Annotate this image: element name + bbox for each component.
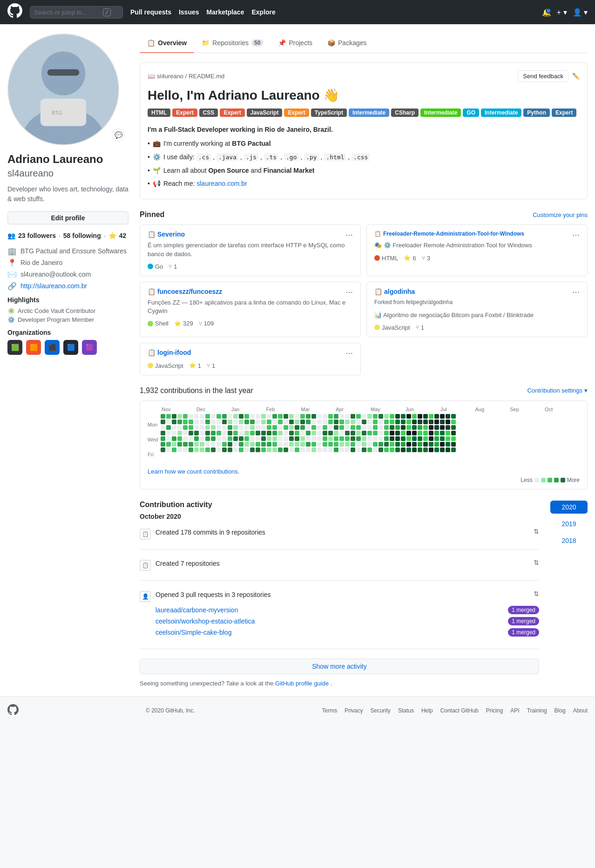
edit-readme-icon[interactable]: ✏️: [572, 73, 580, 80]
pinned-repo-link-freeloader[interactable]: 📋 Freeloader-Remote-Administration-Tool-…: [374, 231, 524, 237]
contrib-day: [228, 414, 232, 419]
pinned-more-icon-3[interactable]: ⋯: [345, 288, 353, 297]
org-avatar-1[interactable]: 🟩: [7, 340, 22, 355]
new-item-button[interactable]: + ▾: [557, 8, 567, 17]
tab-packages[interactable]: 📦 Packages: [320, 34, 374, 53]
weeks-container: [161, 414, 456, 466]
org-avatar-4[interactable]: 🟦: [63, 340, 78, 355]
commits-expand[interactable]: ⇅: [534, 528, 539, 535]
contribution-settings-link[interactable]: Contribution settings ▾: [527, 387, 588, 394]
contrib-day: [384, 431, 389, 435]
footer-privacy[interactable]: Privacy: [345, 707, 363, 714]
notifications-icon[interactable]: 🔔: [542, 8, 551, 17]
show-more-button[interactable]: Show more activity: [140, 658, 539, 674]
week-col: [183, 414, 188, 466]
contrib-day: [339, 431, 344, 435]
week-col: [395, 414, 400, 466]
activity-item-repos: 📋 Created 7 repositories ⇅: [140, 559, 539, 581]
footer-terms[interactable]: Terms: [322, 707, 338, 714]
contrib-day: [222, 431, 227, 435]
footer-pricing[interactable]: Pricing: [486, 707, 503, 714]
pinned-repo-link-funcoeszz[interactable]: 📋 funcoeszz/funcoeszz: [148, 288, 222, 295]
week-col: [239, 414, 243, 466]
tab-overview[interactable]: 📋 Overview: [140, 34, 194, 53]
following-link[interactable]: 58 following: [63, 232, 101, 239]
contrib-day: [351, 414, 355, 419]
nav-pull-requests[interactable]: Pull requests: [130, 8, 171, 16]
contrib-day: [172, 425, 176, 430]
followers-link[interactable]: 23 followers: [18, 232, 56, 239]
repos-expand[interactable]: ⇅: [534, 559, 539, 566]
footer-about[interactable]: About: [573, 707, 588, 714]
pinned-repo-link-algodinha[interactable]: 📋 algodinha: [374, 288, 415, 295]
contrib-day: [362, 425, 366, 430]
pinned-repo-link-login-ifood[interactable]: 📋 login-ifood: [148, 349, 191, 356]
contrib-day: [239, 425, 243, 430]
stars-link[interactable]: 42: [119, 232, 127, 239]
org-avatar-2[interactable]: 🟧: [26, 340, 41, 355]
day-label-wed: Wed: [148, 436, 161, 443]
footer-training[interactable]: Training: [527, 707, 547, 714]
contrib-day: [183, 414, 188, 419]
pr-link-3[interactable]: ceelsoin/Simple-cake-blog: [156, 629, 231, 636]
search-input[interactable]: [34, 9, 99, 16]
pinned-meta-login-ifood: JavaScript ⭐ 1 ⑂ 1: [148, 362, 353, 369]
fork-item-algodinha: ⑂ 1: [416, 324, 424, 331]
contrib-day: [351, 420, 355, 424]
pr-link-2[interactable]: ceelsoin/workshop-estacio-atletica: [156, 617, 255, 625]
footer-security[interactable]: Security: [371, 707, 391, 714]
contrib-day: [390, 414, 394, 419]
contrib-day: [166, 442, 171, 447]
footer-blog[interactable]: Blog: [554, 707, 566, 714]
edit-profile-button[interactable]: Edit profile: [7, 211, 128, 224]
learn-contributions-link[interactable]: Learn how we count contributions.: [148, 468, 239, 475]
profile-guide-link[interactable]: GitHub profile guide: [275, 680, 329, 687]
contrib-day: [323, 414, 327, 419]
pinned-repo-link-severino[interactable]: 📋 Severino: [148, 231, 185, 238]
website-link[interactable]: http://slaureano.com.br: [20, 282, 87, 290]
nav-issues[interactable]: Issues: [179, 8, 199, 16]
pinned-more-icon-2[interactable]: ⋯: [572, 231, 580, 239]
footer-api[interactable]: API: [510, 707, 519, 714]
contrib-day: [406, 436, 411, 441]
pinned-more-icon-5[interactable]: ⋯: [345, 349, 353, 358]
day-labels: Mon Wed Fri: [148, 414, 161, 466]
tab-repositories[interactable]: 📁 Repositories 50: [194, 34, 270, 53]
org-avatar-5[interactable]: 🟪: [82, 340, 97, 355]
nav-marketplace[interactable]: Marketplace: [207, 8, 244, 16]
pinned-more-icon-4[interactable]: ⋯: [572, 288, 580, 297]
search-box[interactable]: /: [30, 6, 123, 19]
footer-help[interactable]: Help: [421, 707, 433, 714]
footer-status[interactable]: Status: [398, 707, 414, 714]
year-button-2020[interactable]: 2020: [550, 501, 588, 514]
month-label-apr: Apr: [336, 407, 371, 412]
merged-badge-3: 1 merged: [508, 628, 539, 637]
send-feedback-button[interactable]: Send feedback: [518, 70, 568, 82]
reach-link[interactable]: slaureano.com.br: [197, 180, 247, 187]
user-menu[interactable]: 👤 ▾: [573, 8, 588, 17]
org-avatar-3[interactable]: ⬛: [45, 340, 60, 355]
contrib-day: [161, 431, 165, 435]
github-logo[interactable]: [7, 3, 22, 21]
week-col: [177, 414, 182, 466]
profile-details: 🏢 BTG Pactual and Enssure Softwares 📍 Ri…: [7, 247, 128, 291]
pr-link-1[interactable]: laureaad/carbone-myversion: [156, 606, 238, 614]
pinned-more-icon-1[interactable]: ⋯: [345, 231, 353, 239]
svg-text:BTG: BTG: [52, 110, 62, 115]
orgs-title: Organizations: [7, 329, 128, 336]
contrib-day: [272, 414, 277, 419]
week-col: [295, 414, 299, 466]
website-item[interactable]: 🔗 http://slaureano.com.br: [7, 282, 128, 291]
year-button-2018[interactable]: 2018: [550, 534, 588, 547]
contrib-day: [233, 448, 238, 452]
customize-pins-link[interactable]: Customize your pins: [533, 211, 588, 218]
prs-expand[interactable]: ⇅: [534, 590, 539, 597]
contrib-day: [440, 414, 445, 419]
footer-contact[interactable]: Contact GitHub: [440, 707, 479, 714]
contrib-day: [418, 425, 422, 430]
year-button-2019[interactable]: 2019: [550, 517, 588, 530]
nav-explore[interactable]: Explore: [251, 8, 275, 16]
tab-projects[interactable]: 📌 Projects: [270, 34, 320, 53]
contrib-day: [345, 448, 350, 452]
fork-icon-freeloader: ⑂: [422, 255, 425, 261]
